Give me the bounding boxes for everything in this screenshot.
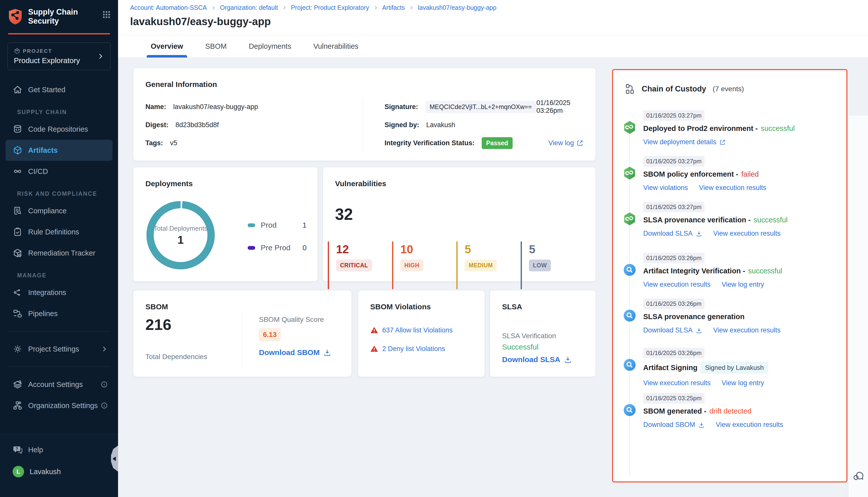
project-selector[interactable]: PROJECT Product Exploratory <box>8 42 111 70</box>
chain-events-count: (7 events) <box>713 85 744 93</box>
tab-deployments[interactable]: Deployments <box>245 42 295 58</box>
sidebar-item-pipelines[interactable]: Pipelines <box>0 303 118 324</box>
download-sbom-link[interactable]: Download SBOM <box>643 421 705 429</box>
sidebar-item-code-repositories[interactable]: Code Repositories <box>0 118 118 140</box>
download-slsa-link[interactable]: Download SLSA <box>502 355 572 364</box>
event-timestamp: 01/16/2025 03:27pm <box>643 156 705 167</box>
verification-step-icon <box>623 403 636 417</box>
account-layers-icon <box>13 380 23 389</box>
general-information-card: General Information Name: lavakush07/eas… <box>133 68 596 161</box>
event-timestamp: 01/16/2025 03:25pm <box>643 393 705 403</box>
sidebar-item-remediation-tracker[interactable]: Remediation Tracker <box>0 242 118 264</box>
collapse-left-icon <box>113 456 116 461</box>
view-execution-results-link[interactable]: View execution results <box>713 326 781 334</box>
legend-item-pre-prod: Pre Prod 0 <box>248 241 307 254</box>
support-chat-icon[interactable] <box>852 469 865 482</box>
card-title: General Information <box>145 80 583 89</box>
event-title: SBOM generated -drift detected <box>643 407 841 415</box>
signed-by-row: Signed by: Lavakush <box>385 116 583 134</box>
sidebar-item-get-started[interactable]: Get Started <box>0 79 118 100</box>
sidebar-item-integrations[interactable]: Integrations <box>0 282 118 303</box>
tab-bar: Overview SBOM Deployments Vulnerabilitie… <box>147 42 362 58</box>
remediation-tracker-icon <box>13 248 23 258</box>
sbom-violations-card: SBOM Violations 637 Allow list Violation… <box>358 290 485 377</box>
severity-critical: 12 CRITICAL <box>328 241 392 289</box>
download-sbom-link[interactable]: Download SBOM <box>259 348 331 357</box>
gear-icon <box>13 344 23 354</box>
pipeline-step-icon <box>623 120 636 134</box>
breadcrumb-artifacts[interactable]: Artifacts <box>382 4 405 11</box>
sidebar-item-account-settings[interactable]: Account Settings <box>0 374 118 395</box>
view-log-entry-link[interactable]: View log entry <box>722 281 764 288</box>
compliance-doc-search-icon <box>13 206 23 216</box>
allow-list-violations-link[interactable]: 637 Allow list Violations <box>382 326 452 334</box>
sidebar-item-compliance[interactable]: Compliance <box>0 200 118 222</box>
breadcrumb-current[interactable]: lavakush07/easy-buggy-app <box>418 4 496 11</box>
breadcrumb: Account: Automation-SSCA Organization: d… <box>130 4 496 11</box>
header-divider <box>118 35 868 36</box>
event-title: SLSA provenance generation <box>643 313 841 321</box>
card-title: SBOM Violations <box>370 302 473 311</box>
cicd-infinity-icon <box>13 166 23 176</box>
project-name: Product Exploratory <box>14 56 97 65</box>
tab-sbom[interactable]: SBOM <box>201 42 231 58</box>
view-log-entry-link[interactable]: View log entry <box>722 379 764 387</box>
pre-prod-swatch <box>248 246 255 250</box>
info-icon <box>100 381 108 388</box>
sidebar-item-organization-settings[interactable]: Organization Settings <box>0 395 118 416</box>
download-icon <box>696 327 702 334</box>
signed-by-value: Lavakush <box>426 121 455 129</box>
event-timestamp: 01/16/2025 03:26pm <box>643 348 705 358</box>
download-icon <box>564 356 572 364</box>
event-title: SBOM policy enforcement -failed <box>643 170 841 179</box>
sidebar-item-cicd[interactable]: CI/CD <box>0 161 118 182</box>
sidebar-item-help[interactable]: ? Help <box>0 438 118 461</box>
event-title: Deployed to Prod2 environment -successfu… <box>643 124 841 133</box>
event-status: successful <box>761 124 795 133</box>
breadcrumb-account[interactable]: Account: Automation-SSCA <box>130 4 207 11</box>
view-execution-results-link[interactable]: View execution results <box>716 421 783 429</box>
breadcrumb-project[interactable]: Project: Product Exploratory <box>291 4 369 11</box>
artifacts-cube-icon <box>13 145 23 155</box>
chain-event: 01/16/2025 03:27pm SBOM policy enforceme… <box>613 156 841 192</box>
view-execution-results-link[interactable]: View execution results <box>643 379 710 387</box>
severity-low: 5 LOW <box>521 241 585 289</box>
slsa-verification-status: Successful <box>502 343 538 351</box>
view-execution-results-link[interactable]: View execution results <box>643 281 710 288</box>
card-title: Deployments <box>145 180 305 188</box>
download-slsa-link[interactable]: Download SLSA <box>643 326 702 334</box>
download-slsa-link[interactable]: Download SLSA <box>643 230 702 238</box>
chain-of-custody-header: Chain of Custody (7 events) <box>625 83 744 95</box>
event-title: Artifact Signing Signed by Lavakush <box>643 362 841 374</box>
view-log-link[interactable]: View log <box>548 139 583 147</box>
view-violations-link[interactable]: View violations <box>643 184 688 192</box>
page-title: lavakush07/easy-buggy-app <box>130 16 271 28</box>
tab-vulnerabilities[interactable]: Vulnerabilities <box>309 42 362 58</box>
sidebar-item-artifacts[interactable]: Artifacts <box>5 140 113 161</box>
event-timestamp: 01/16/2025 03:27pm <box>643 202 705 212</box>
breadcrumb-organization[interactable]: Organization: default <box>220 4 278 11</box>
sidebar-item-rule-definitions[interactable]: Rule Definitions <box>0 222 118 242</box>
view-deployment-details-link[interactable]: View deployment details <box>643 138 726 146</box>
user-menu[interactable]: L Lavakush <box>0 461 118 482</box>
chain-event: 01/16/2025 03:27pm SLSA provenance verif… <box>613 202 841 238</box>
deployments-legend: Prod 1 Pre Prod 0 <box>248 219 307 264</box>
nav-section-supply-chain: SUPPLY CHAIN <box>0 100 118 118</box>
chain-of-custody-title: Chain of Custody <box>642 84 706 94</box>
breadcrumb-separator-icon <box>409 5 414 10</box>
chain-event: 01/16/2025 03:26pm Artifact Signing Sign… <box>613 348 841 387</box>
deployments-donut-chart: Total Deployments 1 <box>146 201 215 269</box>
integrity-status-badge: Passed <box>482 137 513 149</box>
verification-step-icon <box>623 263 636 277</box>
avatar: L <box>13 466 24 478</box>
code-repository-icon <box>13 124 23 134</box>
organization-icon <box>13 400 23 411</box>
sidebar-item-project-settings[interactable]: Project Settings <box>0 339 118 359</box>
breadcrumb-separator-icon <box>373 5 378 10</box>
tab-overview[interactable]: Overview <box>147 42 187 58</box>
view-execution-results-link[interactable]: View execution results <box>713 230 781 238</box>
module-grid-icon[interactable] <box>102 10 111 19</box>
project-label: PROJECT <box>23 48 52 54</box>
view-execution-results-link[interactable]: View execution results <box>699 184 766 192</box>
deny-list-violations-link[interactable]: 2 Deny list Violations <box>382 345 445 353</box>
